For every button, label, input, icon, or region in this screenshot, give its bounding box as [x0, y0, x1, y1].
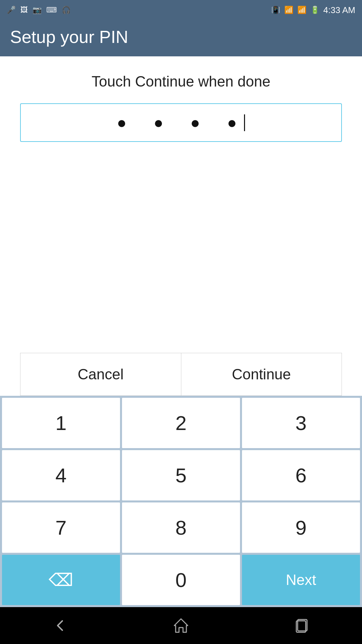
image-icon: 🖼 [20, 6, 28, 14]
key-2[interactable]: 2 [122, 398, 240, 448]
vibrate-icon: 📳 [271, 6, 280, 14]
wifi-icon: 📶 [284, 6, 293, 14]
pin-cursor [244, 114, 245, 131]
back-nav-button[interactable] [47, 612, 74, 639]
status-bar-left: 🎤 🖼 📷 ⌨ 🎧 [7, 6, 71, 14]
keyboard-icon: ⌨ [46, 6, 57, 14]
key-9[interactable]: 9 [242, 502, 360, 553]
key-4[interactable]: 4 [2, 450, 120, 500]
app-header: Setup your PIN [0, 20, 362, 56]
key-6[interactable]: 6 [242, 450, 360, 500]
next-button[interactable]: Next [242, 555, 360, 605]
action-buttons-row: Cancel Continue [20, 353, 342, 396]
key-7[interactable]: 7 [2, 502, 120, 553]
pin-dots: ● ● ● ● [117, 113, 243, 132]
numpad: 1 2 3 4 5 6 7 8 9 ⌫ 0 Next [0, 396, 362, 607]
status-bar-right: 📳 📶 📶 🔋 4:33 AM [271, 5, 355, 15]
camera-icon: 📷 [33, 6, 42, 14]
status-time: 4:33 AM [323, 5, 355, 15]
key-1[interactable]: 1 [2, 398, 120, 448]
backspace-button[interactable]: ⌫ [2, 555, 120, 605]
key-3[interactable]: 3 [242, 398, 360, 448]
cancel-button[interactable]: Cancel [20, 353, 181, 396]
key-5[interactable]: 5 [122, 450, 240, 500]
signal-icon: 📶 [297, 6, 306, 14]
recents-icon [294, 618, 310, 634]
backspace-icon: ⌫ [49, 570, 73, 590]
page-title: Setup your PIN [10, 27, 352, 47]
headphones-icon: 🎧 [62, 6, 71, 14]
back-icon [53, 618, 68, 633]
key-8[interactable]: 8 [122, 502, 240, 553]
status-bar: 🎤 🖼 📷 ⌨ 🎧 📳 📶 📶 🔋 4:33 AM [0, 0, 362, 20]
nav-bar [0, 607, 362, 644]
battery-icon: 🔋 [310, 6, 319, 14]
instruction-text: Touch Continue when done [92, 73, 270, 90]
pin-input-field[interactable]: ● ● ● ● [20, 103, 342, 142]
main-content: Touch Continue when done ● ● ● ● Cancel … [0, 56, 362, 396]
home-nav-button[interactable] [168, 612, 194, 639]
continue-button[interactable]: Continue [181, 353, 342, 396]
home-icon [173, 618, 189, 634]
recents-nav-button[interactable] [288, 612, 315, 639]
key-0[interactable]: 0 [122, 555, 240, 605]
mic-icon: 🎤 [7, 6, 16, 14]
